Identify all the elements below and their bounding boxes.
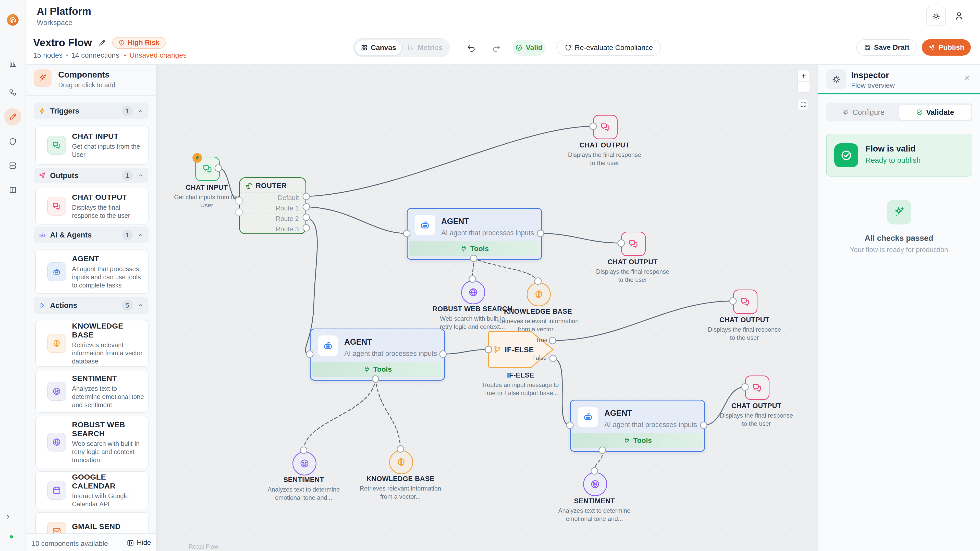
zoom-controls: [797, 70, 810, 93]
grid-icon: [361, 44, 368, 51]
flow-toolbar: Vextro Flow High Risk 15 nodes • 14 conn…: [25, 33, 980, 65]
router-output-route1: Route 1: [240, 203, 305, 213]
node-router[interactable]: ROUTER Default Route 1 Route 2 Route 3: [239, 177, 306, 234]
if-else-false-label: False: [526, 354, 547, 362]
close-icon[interactable]: [963, 74, 971, 82]
agent-tools-strip[interactable]: Tools: [312, 362, 443, 377]
reevaluate-compliance-button[interactable]: Re-evaluate Compliance: [556, 40, 661, 56]
component-card-robust-web-search[interactable]: ROBUST WEB SEARCH Web search with built-…: [35, 416, 148, 468]
save-draft-button[interactable]: Save Draft: [856, 39, 917, 56]
chat-icon: [740, 297, 751, 307]
node-chat-output-2[interactable]: [621, 232, 646, 256]
node-robust-web-search[interactable]: [461, 280, 485, 304]
node-title: AGENT: [344, 338, 372, 347]
components-subtitle: Drag or click to add: [58, 81, 115, 89]
docs-book-icon[interactable]: [8, 186, 17, 194]
section-actions[interactable]: Actions 5: [34, 297, 148, 314]
components-title: Components: [58, 70, 115, 79]
chat-icon: [202, 164, 213, 174]
section-triggers[interactable]: Triggers 1: [34, 103, 148, 119]
chevron-up-icon[interactable]: [137, 108, 144, 114]
node-knowledge-base-1[interactable]: [527, 283, 551, 306]
chevron-up-icon[interactable]: [137, 302, 144, 309]
node-desc: AI agent that processes inputs and ...: [605, 421, 699, 429]
valid-check-icon: [834, 143, 858, 167]
tab-configure[interactable]: Configure: [828, 105, 899, 120]
robot-icon: [38, 231, 46, 239]
zoom-in-button[interactable]: [798, 70, 810, 81]
inspector-gear-icon: [826, 69, 846, 89]
node-sentiment-1[interactable]: [293, 451, 317, 475]
workflow-icon[interactable]: [8, 88, 17, 97]
theme-toggle-button[interactable]: [926, 6, 946, 26]
agent-tools-strip[interactable]: Tools: [409, 241, 540, 256]
brain-icon: [47, 334, 66, 353]
globe-icon: [468, 287, 479, 298]
gear-icon: [842, 109, 850, 116]
robot-icon: [318, 335, 338, 356]
chat-icon: [628, 238, 639, 249]
rail-expand-chevron-icon[interactable]: [4, 513, 12, 521]
node-agent-3[interactable]: AGENT AI agent that processes inputs and…: [570, 400, 705, 452]
smiley-icon: [590, 479, 600, 489]
chevron-up-icon[interactable]: [137, 172, 144, 179]
sun-icon: [932, 12, 940, 21]
node-title: AGENT: [605, 409, 632, 418]
chevron-up-icon[interactable]: [137, 232, 144, 238]
zoom-out-button[interactable]: [798, 82, 810, 92]
play-icon: [38, 302, 46, 309]
user-icon[interactable]: [954, 11, 964, 21]
node-title: ROUTER: [256, 182, 286, 190]
editor-pencil-icon[interactable]: [8, 113, 17, 121]
tab-metrics[interactable]: Metrics: [402, 40, 448, 56]
node-agent-2[interactable]: AGENT AI agent that processes inputs and…: [310, 329, 445, 381]
valid-card-subtitle: Ready to publish: [865, 156, 921, 165]
tab-validate[interactable]: Validate: [899, 105, 971, 120]
components-header-icon: [34, 69, 52, 87]
router-output-default: Default: [240, 192, 305, 203]
app-logo[interactable]: [6, 13, 20, 27]
tab-canvas[interactable]: Canvas: [355, 40, 402, 56]
component-card-google-calendar[interactable]: GOOGLE CALENDAR Interact with Google Cal…: [35, 472, 148, 509]
section-ai-agents[interactable]: AI & Agents 1: [34, 227, 148, 243]
flow-canvas[interactable]: CHAT INPUT Get chat inputs from the User…: [156, 64, 818, 551]
shield-icon[interactable]: [8, 138, 17, 146]
node-chat-output-1[interactable]: [593, 115, 617, 139]
node-desc: AI agent that processes inputs and ...: [441, 229, 536, 237]
fullscreen-button[interactable]: [797, 98, 809, 110]
component-card-knowledge-base[interactable]: KNOWLEDGE BASE Retrieves relevant inform…: [35, 320, 148, 367]
agent-tools-strip[interactable]: Tools: [572, 433, 703, 448]
component-card-chat-input[interactable]: CHAT INPUT Get chat inputs from the User: [35, 125, 148, 165]
view-toggle: Canvas Metrics: [353, 38, 450, 57]
nav-rail: [0, 0, 26, 551]
shield-icon: [565, 44, 572, 51]
node-title: AGENT: [441, 217, 469, 226]
smiley-icon: [47, 382, 66, 401]
node-agent-1[interactable]: AGENT AI agent that processes inputs and…: [407, 208, 542, 260]
component-card-agent[interactable]: AGENT AI agent that processes inputs and…: [35, 249, 148, 294]
edit-pencil-icon[interactable]: [98, 39, 106, 47]
plug-icon: [460, 245, 467, 252]
nodes-count: 15 nodes: [33, 51, 62, 59]
undo-icon[interactable]: [467, 44, 476, 53]
robot-icon: [415, 215, 435, 235]
server-icon[interactable]: [8, 161, 17, 170]
divider: [25, 95, 156, 96]
hide-panel-button[interactable]: Hide: [127, 539, 151, 547]
app-title: AI Platform: [37, 6, 91, 17]
analytics-icon[interactable]: [8, 59, 17, 68]
component-card-sentiment[interactable]: SENTIMENT Analyzes text to determine emo…: [35, 370, 148, 413]
lightning-icon: [194, 155, 200, 161]
node-sentiment-2[interactable]: [583, 472, 607, 496]
publish-button[interactable]: Publish: [922, 39, 971, 56]
node-chat-output-3[interactable]: [733, 289, 757, 314]
component-card-chat-output[interactable]: CHAT OUTPUT Displays the final response …: [35, 188, 148, 224]
node-knowledge-base-2[interactable]: [389, 450, 413, 474]
section-outputs[interactable]: Outputs 1: [34, 168, 148, 183]
redo-icon[interactable]: [492, 44, 501, 53]
brain-icon: [396, 457, 407, 468]
all-checks-title: All checks passed: [818, 233, 980, 243]
router-output-route2: Route 2: [240, 213, 305, 224]
node-chat-output-4[interactable]: [745, 375, 770, 400]
all-checks-icon: [887, 200, 912, 224]
